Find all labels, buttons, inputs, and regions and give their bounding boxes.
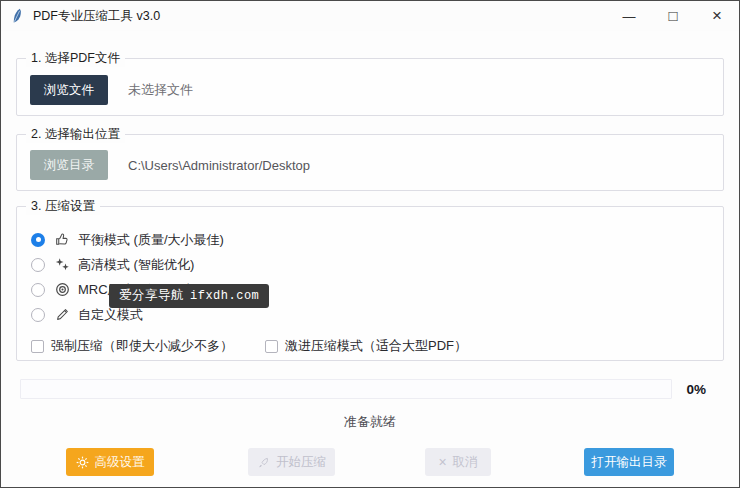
gear-icon bbox=[76, 456, 89, 469]
open-output-label: 打开输出目录 bbox=[592, 454, 667, 471]
output-path: C:\Users\Administrator/Desktop bbox=[128, 158, 310, 173]
radio-unselected[interactable] bbox=[31, 283, 45, 297]
watermark-domain: ifxdh.com bbox=[190, 289, 259, 303]
status-text: 准备就绪 bbox=[1, 413, 739, 431]
mode-label: 平衡模式 (质量/大小最佳) bbox=[78, 231, 224, 249]
file-section: 1. 选择PDF文件 浏览文件 未选择文件 bbox=[16, 58, 724, 116]
radio-unselected[interactable] bbox=[31, 308, 45, 322]
title-bar: PDF专业压缩工具 v3.0 — □ × bbox=[1, 1, 739, 31]
mode-option-balanced[interactable]: 平衡模式 (质量/大小最佳) bbox=[31, 227, 709, 252]
thumbs-up-icon bbox=[55, 232, 71, 248]
progress-row: 0% bbox=[20, 378, 706, 400]
x-icon: × bbox=[438, 454, 446, 470]
pencil-icon bbox=[55, 307, 71, 323]
checkbox-unchecked[interactable] bbox=[265, 340, 278, 353]
close-button[interactable]: × bbox=[695, 1, 739, 31]
sparkles-icon bbox=[55, 257, 71, 273]
settings-section-legend: 3. 压缩设置 bbox=[26, 198, 100, 215]
file-selected-status: 未选择文件 bbox=[128, 81, 193, 99]
browse-file-button[interactable]: 浏览文件 bbox=[30, 75, 108, 105]
browse-directory-button[interactable]: 浏览目录 bbox=[30, 150, 108, 180]
target-icon bbox=[55, 282, 71, 298]
open-output-directory-button[interactable]: 打开输出目录 bbox=[584, 448, 674, 476]
rocket-icon bbox=[257, 456, 270, 469]
watermark-badge: 爱分享导航ifxdh.com bbox=[109, 284, 269, 308]
window-title: PDF专业压缩工具 v3.0 bbox=[33, 8, 160, 25]
checkbox-unchecked[interactable] bbox=[31, 340, 44, 353]
maximize-button[interactable]: □ bbox=[651, 1, 695, 31]
feather-app-icon bbox=[10, 8, 25, 25]
output-section-legend: 2. 选择输出位置 bbox=[26, 126, 125, 143]
checkbox-label: 激进压缩模式（适合大型PDF） bbox=[285, 337, 467, 355]
minimize-button[interactable]: — bbox=[607, 1, 651, 31]
advanced-settings-label: 高级设置 bbox=[95, 454, 145, 471]
watermark-name: 爱分享导航 bbox=[119, 288, 184, 302]
checkbox-label: 强制压缩（即使大小减少不多） bbox=[51, 337, 233, 355]
progress-bar bbox=[20, 379, 672, 399]
advanced-settings-button[interactable]: 高级设置 bbox=[66, 448, 154, 476]
aggressive-compress-option[interactable]: 激进压缩模式（适合大型PDF） bbox=[265, 337, 467, 355]
start-compress-label: 开始压缩 bbox=[276, 454, 326, 471]
window-controls: — □ × bbox=[607, 1, 739, 31]
progress-percent: 0% bbox=[686, 382, 706, 397]
output-section: 2. 选择输出位置 浏览目录 C:\Users\Administrator/De… bbox=[16, 134, 724, 191]
radio-unselected[interactable] bbox=[31, 258, 45, 272]
radio-selected[interactable] bbox=[31, 233, 45, 247]
mode-label: 自定义模式 bbox=[78, 306, 143, 324]
cancel-button[interactable]: × 取消 bbox=[425, 448, 491, 476]
cancel-label: 取消 bbox=[453, 454, 478, 471]
force-compress-option[interactable]: 强制压缩（即使大小减少不多） bbox=[31, 337, 233, 355]
mode-option-hd[interactable]: 高清模式 (智能优化) bbox=[31, 252, 709, 277]
mode-label: 高清模式 (智能优化) bbox=[78, 256, 194, 274]
start-compress-button[interactable]: 开始压缩 bbox=[248, 448, 335, 476]
file-section-legend: 1. 选择PDF文件 bbox=[26, 50, 125, 67]
app-window: PDF专业压缩工具 v3.0 — □ × 1. 选择PDF文件 浏览文件 未选择… bbox=[0, 0, 740, 488]
